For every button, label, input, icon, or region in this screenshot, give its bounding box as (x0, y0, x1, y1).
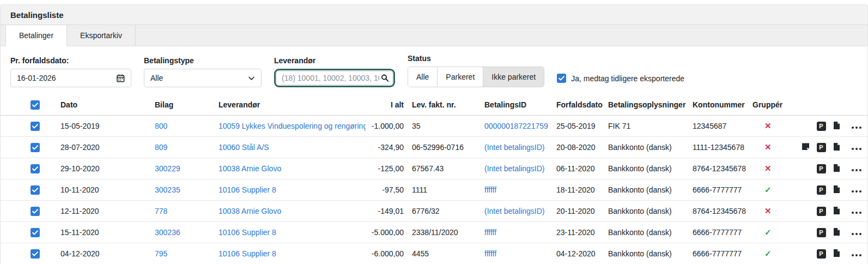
vendor-invoice-no-value: 06-52996-0716 (412, 143, 464, 152)
due-date-cell: 18-11-2020 (556, 179, 608, 201)
document-icon[interactable] (833, 121, 840, 130)
due-date-value: 25-05-2019 (556, 122, 596, 130)
payment-id-cell: (Intet betalingsID) (484, 158, 556, 179)
more-options-button[interactable] (851, 188, 863, 195)
document-no-link[interactable]: 795 (155, 249, 167, 258)
more-options-button[interactable] (851, 209, 863, 216)
payment-id-link[interactable]: ffffff (484, 185, 496, 194)
grouped-cell: ✓ (752, 222, 797, 243)
note-cell (797, 137, 814, 158)
grouped-cell: ✓ (752, 243, 797, 264)
amount-cell: -149,01 (366, 201, 404, 222)
table-row: 15-11-202030023610106 Supplier 8-5.000,0… (1, 222, 868, 243)
parked-icon[interactable]: P (817, 249, 826, 259)
amount-value: -97,50 (382, 185, 404, 194)
due-date-value: 04-12-2020 (556, 249, 596, 258)
parked-icon[interactable]: P (817, 122, 826, 131)
payment-id-link[interactable]: ffffff (484, 249, 496, 258)
grouped-yes-icon: ✓ (752, 185, 772, 195)
row-checkbox[interactable] (31, 185, 40, 195)
note-cell (797, 243, 814, 264)
parked-icon[interactable]: P (817, 143, 826, 152)
parked-icon[interactable]: P (817, 228, 826, 237)
more-options-button[interactable] (851, 231, 863, 237)
table-row: 29-10-202030022910038 Arnie Glovo-125,00… (1, 158, 868, 179)
document-icon[interactable] (833, 164, 840, 172)
parked-icon[interactable]: P (817, 185, 826, 195)
document-no-link[interactable]: 300229 (155, 164, 180, 173)
due-date-cell: 06-11-2020 (556, 158, 608, 179)
more-options-button[interactable] (851, 167, 863, 173)
date-value: 28-07-2020 (60, 143, 100, 152)
status-option-alle[interactable]: Alle (408, 67, 438, 87)
date-cell: 29-10-2020 (60, 158, 155, 179)
supplier-filter: Leverandør (274, 56, 395, 87)
document-no-link[interactable]: 809 (155, 143, 167, 152)
more-options-button[interactable] (851, 124, 863, 131)
vendor-link[interactable]: 10106 Supplier 8 (218, 185, 276, 194)
more-cell (844, 243, 868, 264)
row-checkbox[interactable] (31, 249, 40, 259)
parked-icon[interactable]: P (817, 207, 826, 216)
row-checkbox[interactable] (31, 122, 40, 131)
include-exported-checkbox[interactable] (557, 74, 566, 83)
due-date-filter: Pr. forfaldsdato: 16-01-2026 (10, 56, 131, 87)
status-button-group: AlleParkeretIkke parkeret (408, 67, 544, 87)
search-icon[interactable] (381, 74, 389, 82)
include-exported-toggle[interactable]: Ja, medtag tidligere eksporterede (557, 74, 684, 83)
due-date-cell: 23-11-2020 (556, 222, 608, 243)
account-no-value: 6666-7777777 (693, 249, 742, 258)
select-all-checkbox[interactable] (31, 100, 40, 110)
status-option-parkeret[interactable]: Parkeret (438, 67, 483, 87)
note-icon[interactable] (802, 142, 810, 151)
grouped-cell: ✕ (752, 158, 797, 179)
payment-id-link[interactable]: 000000187221759 (484, 122, 548, 130)
tab-betalinger[interactable]: Betalinger (5, 25, 67, 46)
due-date-value: 18-11-2020 (556, 185, 595, 194)
table-row: 15-05-201980010059 Lykkes Vinduespolerin… (1, 116, 868, 137)
due-date-cell: 20-11-2020 (556, 201, 608, 222)
more-options-button[interactable] (851, 252, 863, 259)
vendor-link[interactable]: 10038 Arnie Glovo (218, 207, 281, 215)
due-date-input[interactable]: 16-01-2026 (10, 69, 131, 87)
row-checkbox[interactable] (31, 228, 40, 237)
status-option-ikke-parkeret[interactable]: Ikke parkeret (483, 67, 544, 87)
vendor-link[interactable]: 10106 Supplier 8 (218, 249, 276, 258)
document-icon[interactable] (833, 249, 840, 257)
document-no-link[interactable]: 800 (155, 122, 167, 130)
payment-type-select[interactable]: Alle (144, 69, 262, 87)
vendor-invoice-no-value: 4455 (412, 249, 429, 258)
vendor-link[interactable]: 10106 Supplier 8 (218, 228, 276, 237)
vendor-cell: 10038 Arnie Glovo (218, 158, 366, 179)
tab-eksportarkiv[interactable]: Eksportarkiv (67, 25, 136, 46)
vendor-link[interactable]: 10060 Stål A/S (218, 143, 269, 152)
document-no-link[interactable]: 778 (155, 207, 167, 215)
document-icon[interactable] (833, 206, 840, 215)
payment-id-link[interactable]: (Intet betalingsID) (484, 207, 545, 215)
parked-cell: P (814, 158, 829, 179)
row-checkbox[interactable] (31, 164, 40, 173)
payment-id-cell: (Intet betalingsID) (484, 137, 556, 158)
grouped-cell: ✕ (752, 116, 797, 137)
document-no-link[interactable]: 300236 (155, 228, 180, 237)
document-no-link[interactable]: 300235 (155, 185, 180, 194)
payment-id-link[interactable]: ffffff (484, 228, 496, 237)
row-checkbox[interactable] (31, 207, 40, 216)
vendor-link[interactable]: 10038 Arnie Glovo (218, 164, 281, 173)
row-checkbox[interactable] (31, 143, 40, 152)
vendor-invoice-no-value: 2338/11/2020 (412, 228, 458, 237)
more-options-button[interactable] (851, 146, 863, 152)
vendor-link[interactable]: 10059 Lykkes Vinduespolering og rengørin… (218, 122, 366, 130)
calendar-icon[interactable] (117, 74, 125, 82)
payment-id-cell: ffffff (484, 243, 556, 264)
supplier-search-input[interactable] (276, 71, 393, 85)
payment-id-link[interactable]: (Intet betalingsID) (484, 164, 545, 173)
parked-icon[interactable]: P (817, 164, 826, 173)
document-icon[interactable] (833, 227, 840, 236)
date-cell: 12-11-2020 (60, 201, 155, 222)
document-icon[interactable] (833, 142, 840, 151)
payment-id-link[interactable]: (Intet betalingsID) (484, 143, 545, 152)
document-no-cell: 778 (155, 201, 218, 222)
vendor-cell: 10038 Arnie Glovo (218, 201, 366, 222)
document-icon[interactable] (833, 185, 840, 194)
